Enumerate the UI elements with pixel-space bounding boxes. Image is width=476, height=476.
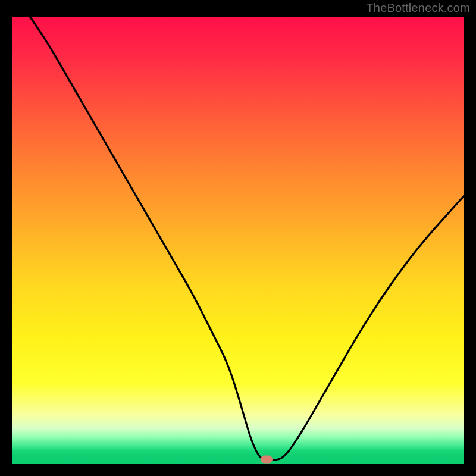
- bottleneck-curve-path: [30, 17, 464, 460]
- chart-frame: TheBottleneck.com: [0, 0, 476, 476]
- curve-svg: [12, 17, 464, 464]
- watermark-text: TheBottleneck.com: [366, 1, 470, 15]
- plot-area: [12, 17, 464, 464]
- minimum-marker: [261, 456, 273, 464]
